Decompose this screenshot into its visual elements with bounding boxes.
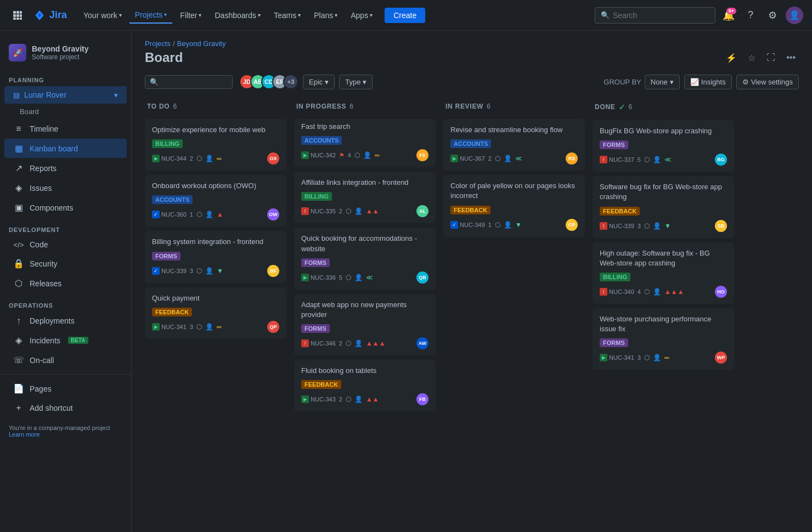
people-icon: 👤 [653, 156, 661, 163]
project-type: Software project [32, 53, 88, 61]
chevron-down-icon: ▾ [325, 78, 329, 86]
card-nuc-339-todo[interactable]: Billing system integration - frontend FO… [145, 231, 286, 282]
sidebar-item-reports[interactable]: ↗ Reports [4, 159, 127, 178]
security-icon: 🔒 [13, 258, 24, 269]
nav-projects[interactable]: Projects ▾ [129, 7, 173, 24]
sidebar-item-issues[interactable]: ◈ Issues [4, 178, 127, 197]
lunar-rover-item[interactable]: ▤ Lunar Rover ▾ [4, 86, 127, 104]
oncall-icon: ☏ [13, 355, 24, 365]
help-button[interactable]: ? [742, 7, 759, 24]
type-filter[interactable]: Type ▾ [339, 75, 373, 89]
dev-section-label: DEVELOPMENT [0, 218, 131, 235]
lightning-button[interactable]: ⚡ [723, 50, 740, 65]
priority-icon: ═ [664, 354, 669, 361]
create-button[interactable]: Create [385, 8, 425, 23]
card-meta: ✓ NUC-360 1 ⬡ 👤 ▲ OW [152, 208, 279, 220]
kanban-board: TO DO 6 Optimize experience for mobile w… [132, 94, 812, 532]
col-header-done: DONE ✓ 6 [593, 98, 735, 116]
view-settings-button[interactable]: ⚙ View settings [736, 75, 799, 89]
sidebar-item-security[interactable]: 🔒 Security [4, 254, 127, 273]
settings-button[interactable]: ⚙ [764, 7, 781, 24]
assignee-avatar: WP [715, 352, 727, 364]
todo-cards: Optimize experience for mobile web BILLI… [145, 119, 287, 523]
card-nuc-336[interactable]: Quick booking for accommodations - websi… [294, 228, 436, 289]
sidebar-item-pages[interactable]: 📄 Pages [4, 379, 127, 398]
chevron-down-icon: ▾ [258, 12, 261, 18]
notifications-button[interactable]: 🔔 9+ [720, 7, 737, 24]
people-icon: 👤 [504, 155, 512, 162]
group-by-dropdown[interactable]: None ▾ [645, 75, 680, 89]
card-meta: ▶ NUC-342 ⚑ 4 ⬡ 👤 ═ FS [301, 149, 428, 161]
svg-rect-3 [13, 14, 16, 17]
breadcrumb-project-name[interactable]: Beyond Gravity [177, 39, 226, 48]
task-icon: ✓ [152, 211, 160, 218]
sidebar-item-timeline[interactable]: ≡ Timeline [4, 120, 127, 138]
timeline-icon: ≡ [13, 124, 24, 134]
card-nuc-335[interactable]: Affiliate links integration - frontend B… [294, 172, 436, 223]
sidebar-board-sub[interactable]: Board [0, 104, 131, 119]
sidebar-item-oncall[interactable]: ☏ On-call [4, 350, 127, 370]
nav-teams[interactable]: Teams ▾ [268, 8, 306, 23]
board-search-input[interactable] [162, 78, 228, 86]
more-options-button[interactable]: ••• [783, 50, 799, 65]
board-search[interactable]: 🔍 [145, 75, 233, 89]
card-nuc-341-todo[interactable]: Quick payment FEEDBACK ▶ NUC-341 3 ⬡ 👤 ═ [145, 287, 286, 339]
chevron-down-icon: ▾ [119, 12, 122, 18]
sidebar-item-add-shortcut[interactable]: + Add shortcut [4, 399, 127, 417]
nav-dashboards[interactable]: Dashboards ▾ [209, 8, 266, 23]
group-by: GROUP BY None ▾ [604, 75, 679, 89]
sidebar-item-components[interactable]: ▣ Components [4, 198, 127, 217]
sidebar-item-incidents[interactable]: ◈ Incidents BETA [4, 331, 127, 350]
card-nuc-344[interactable]: Optimize experience for mobile web BILLI… [145, 119, 286, 171]
priority-icon: ▼ [664, 222, 671, 230]
search-box[interactable]: 🔍 [595, 7, 715, 24]
label-forms: FORMS [301, 258, 330, 267]
people-icon: 👤 [653, 222, 661, 230]
chevron-down-icon: ▾ [335, 12, 337, 18]
nav-your-work[interactable]: Your work ▾ [78, 8, 127, 23]
sidebar: 🚀 Beyond Gravity Software project PLANNI… [0, 31, 132, 532]
card-nuc-367[interactable]: Revise and streamline booking flow ACCOU… [443, 119, 585, 171]
priority-icon: ▲▲▲ [366, 339, 386, 347]
sidebar-item-releases[interactable]: ⬡ Releases [4, 274, 127, 293]
star-button[interactable]: ☆ [745, 50, 759, 65]
sidebar-item-code[interactable]: </> Code [4, 236, 127, 253]
col-title-inreview: IN REVIEW [446, 103, 483, 110]
label-feedback: FEEDBACK [600, 207, 640, 216]
user-avatar[interactable]: 👤 [786, 7, 803, 24]
fullscreen-button[interactable]: ⛶ [763, 50, 779, 65]
bug-icon: ! [600, 222, 607, 230]
card-nuc-360[interactable]: Onboard workout options (OWO) ACCOUNTS ✓… [145, 175, 286, 227]
assignee-avatar: FS [416, 149, 428, 161]
nav-plans[interactable]: Plans ▾ [308, 8, 343, 23]
bug-icon: ! [600, 156, 607, 163]
assignee-avatar: HO [715, 286, 727, 298]
people-icon: 👤 [205, 323, 213, 331]
card-nuc-342[interactable]: Fast trip search ACCOUNTS ▶ NUC-342 ⚑ 4 … [294, 119, 436, 167]
card-meta: ✓ NUC-349 1 ⬡ 👤 ▼ CP [450, 219, 578, 231]
insights-button[interactable]: 📈 Insights [684, 75, 732, 89]
more-avatars-badge[interactable]: +3 [283, 74, 298, 89]
label-billing: BILLING [600, 273, 630, 281]
card-nuc-337[interactable]: BugFix BG Web-store app crashing FORMS !… [593, 120, 734, 172]
epic-filter[interactable]: Epic ▾ [303, 75, 335, 89]
sidebar-item-deployments[interactable]: ↑ Deployments [4, 312, 127, 330]
grid-menu-button[interactable] [9, 7, 26, 24]
label-billing: BILLING [301, 192, 332, 201]
card-nuc-339-done[interactable]: Software bug fix for BG Web-store app cr… [593, 176, 734, 237]
card-nuc-340[interactable]: High outage: Software bug fix - BG Web-s… [593, 242, 734, 304]
svg-rect-0 [13, 11, 16, 14]
svg-rect-4 [16, 14, 19, 17]
breadcrumb-projects[interactable]: Projects [145, 39, 171, 48]
svg-rect-2 [20, 11, 22, 14]
card-nuc-349[interactable]: Color of pale yellow on our pages looks … [443, 175, 585, 236]
card-meta: ! NUC-335 2 ⬡ 👤 ▲▲ AL [301, 205, 428, 217]
nav-filter[interactable]: Filter ▾ [174, 8, 207, 23]
learn-more-link[interactable]: Learn more [9, 431, 40, 438]
sidebar-item-kanban[interactable]: ▦ Kanban board [4, 139, 127, 158]
card-nuc-343[interactable]: Fluid booking on tablets FEEDBACK ▶ NUC-… [294, 360, 436, 411]
card-nuc-341-done[interactable]: Web-store purchasing performance issue f… [593, 308, 734, 370]
search-input[interactable] [613, 11, 709, 20]
nav-apps[interactable]: Apps ▾ [345, 8, 378, 23]
card-nuc-346[interactable]: Adapt web app no new payments provider F… [294, 294, 436, 355]
